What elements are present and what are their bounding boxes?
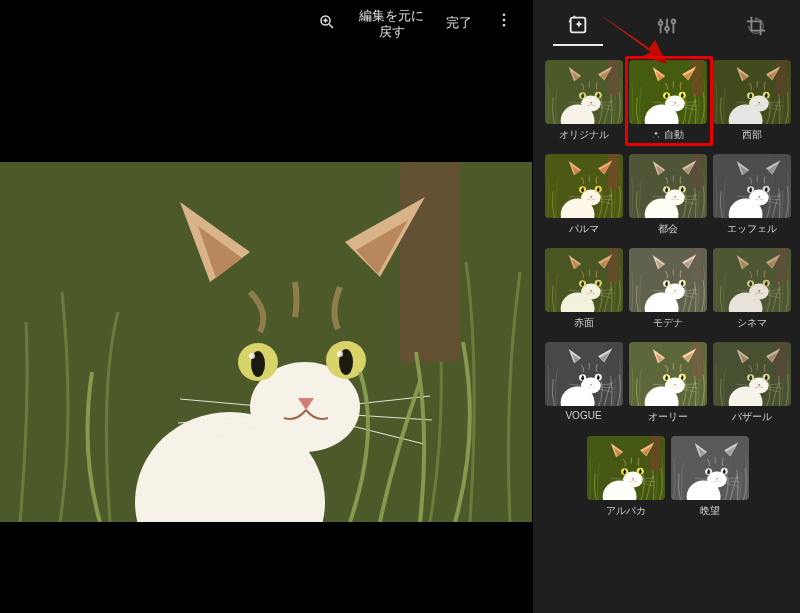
more-options-icon[interactable]: [494, 8, 514, 28]
filter-ollie[interactable]: オーリー: [628, 342, 708, 424]
filter-thumb: [545, 154, 623, 218]
filter-thumb: [629, 154, 707, 218]
main-image-preview[interactable]: [0, 50, 532, 613]
filter-label: アルパカ: [606, 504, 646, 518]
filter-thumb: [671, 436, 749, 500]
preview-pane: 編集を元に戻す 完了: [0, 0, 532, 613]
edit-panel: オリジナル自動西部パルマ都会エッフェル赤面モデナシネマVOGUEオーリーバザール…: [532, 0, 800, 613]
filter-thumb: [713, 342, 791, 406]
filter-thumb: [545, 60, 623, 124]
filter-eiffel[interactable]: エッフェル: [712, 154, 792, 236]
app-root: 編集を元に戻す 完了 オリジナル自動西部パルマ都会エッフェル赤面モデナシネマVO…: [0, 0, 800, 613]
done-button[interactable]: 完了: [446, 8, 472, 32]
filter-label: エッフェル: [727, 222, 777, 236]
filter-label: バザール: [732, 410, 772, 424]
filter-list: オリジナル自動西部パルマ都会エッフェル赤面モデナシネマVOGUEオーリーバザール…: [533, 52, 800, 613]
zoom-in-icon[interactable]: [317, 8, 337, 28]
filter-blush[interactable]: 赤面: [544, 248, 624, 330]
filter-label: パルマ: [569, 222, 599, 236]
filter-row-last: アルパカ晩望: [544, 436, 792, 518]
filter-label: 都会: [658, 222, 678, 236]
filter-modena[interactable]: モデナ: [628, 248, 708, 330]
filter-thumb: [629, 342, 707, 406]
filter-label: シネマ: [737, 316, 767, 330]
filter-thumb: [545, 342, 623, 406]
filter-palma[interactable]: パルマ: [544, 154, 624, 236]
filter-metro[interactable]: 都会: [628, 154, 708, 236]
edit-tabs: [533, 0, 800, 52]
filter-label: 晩望: [700, 504, 720, 518]
tab-adjust[interactable]: [642, 7, 692, 45]
revert-edits-button[interactable]: 編集を元に戻す: [359, 8, 424, 39]
filter-vista[interactable]: 晩望: [670, 436, 750, 518]
preview-topbar: 編集を元に戻す 完了: [0, 0, 532, 50]
filter-label: モデナ: [653, 316, 683, 330]
filter-thumb: [713, 154, 791, 218]
filter-thumb: [629, 248, 707, 312]
filter-thumb: [587, 436, 665, 500]
filter-original[interactable]: オリジナル: [544, 60, 624, 142]
filter-thumb: [713, 248, 791, 312]
filter-vogue[interactable]: VOGUE: [544, 342, 624, 424]
filter-west[interactable]: 西部: [712, 60, 792, 142]
filter-label: 自動: [651, 128, 684, 142]
photo-content: [0, 162, 532, 522]
filter-thumb: [629, 60, 707, 124]
filter-bazaar[interactable]: バザール: [712, 342, 792, 424]
auto-enhance-icon: [651, 130, 661, 140]
filter-label: VOGUE: [565, 410, 601, 421]
filter-thumb: [545, 248, 623, 312]
tab-filters[interactable]: [553, 6, 603, 46]
tab-crop-rotate[interactable]: [731, 7, 781, 45]
filter-thumb: [713, 60, 791, 124]
filter-label: オーリー: [648, 410, 688, 424]
filter-auto[interactable]: 自動: [628, 60, 708, 142]
filter-cinema[interactable]: シネマ: [712, 248, 792, 330]
filter-label: 西部: [742, 128, 762, 142]
filter-label: 赤面: [574, 316, 594, 330]
filter-label: オリジナル: [559, 128, 609, 142]
filter-alpaca[interactable]: アルパカ: [586, 436, 666, 518]
